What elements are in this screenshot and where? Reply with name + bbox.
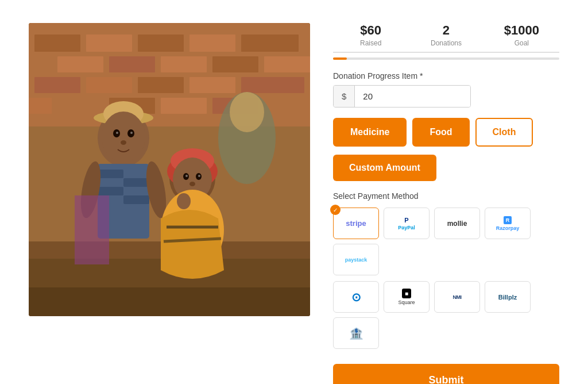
donations-value: 2 xyxy=(408,23,483,38)
payment-row-1: ✓ stripe P PayPal mollie R Razorpay pays… xyxy=(333,208,559,275)
payment-stripe[interactable]: ✓ stripe xyxy=(333,208,379,239)
page-container: $60 Raised 2 Donations $1000 Goal Donati… xyxy=(11,11,577,384)
svg-rect-57 xyxy=(29,287,310,316)
svg-rect-20 xyxy=(161,98,207,114)
mollie-logo: mollie xyxy=(447,220,467,228)
svg-rect-3 xyxy=(86,34,132,52)
pabbly-icon: ⊙ xyxy=(351,290,361,304)
svg-rect-2 xyxy=(34,34,80,52)
submit-button[interactable]: Submit xyxy=(333,364,559,384)
svg-rect-6 xyxy=(241,34,299,52)
svg-rect-4 xyxy=(138,34,184,52)
svg-rect-10 xyxy=(212,56,258,72)
razorpay-icon: R xyxy=(504,216,512,224)
svg-point-47 xyxy=(185,175,188,177)
nmi-logo: NMI xyxy=(453,294,462,300)
svg-rect-18 xyxy=(57,98,103,114)
svg-rect-15 xyxy=(138,77,184,93)
campaign-svg xyxy=(29,23,310,316)
svg-rect-5 xyxy=(189,34,235,52)
check-icon: ✓ xyxy=(330,205,341,215)
payment-paypal[interactable]: P PayPal xyxy=(384,208,430,239)
square-text: Square xyxy=(398,299,415,305)
svg-rect-9 xyxy=(161,56,207,72)
cloth-button[interactable]: Cloth xyxy=(475,118,533,147)
progress-bar-fill xyxy=(333,57,347,60)
svg-rect-11 xyxy=(29,56,52,72)
donations-label: Donations xyxy=(408,39,483,47)
paypal-text: PayPal xyxy=(398,225,415,231)
svg-rect-8 xyxy=(109,56,155,72)
image-placeholder xyxy=(29,23,310,316)
raised-label: Raised xyxy=(333,39,408,47)
svg-point-48 xyxy=(198,175,200,177)
payment-row-2: ⊙ ■ Square NMI Billplz 🏦 xyxy=(333,281,559,349)
left-panel xyxy=(29,23,310,384)
svg-rect-22 xyxy=(29,98,52,114)
svg-rect-17 xyxy=(241,77,304,93)
stats-row: $60 Raised 2 Donations $1000 Goal xyxy=(333,23,559,53)
paystack-logo: paystack xyxy=(345,257,368,263)
svg-rect-38 xyxy=(123,195,149,204)
campaign-image xyxy=(29,23,310,316)
goal-value: $1000 xyxy=(484,23,559,38)
svg-point-53 xyxy=(177,193,191,209)
amount-input[interactable] xyxy=(355,86,471,107)
stat-raised: $60 Raised xyxy=(333,23,408,47)
svg-rect-7 xyxy=(57,56,103,72)
custom-amount-button[interactable]: Custom Amount xyxy=(333,155,436,181)
billplz-logo: Billplz xyxy=(498,294,517,301)
payment-mollie[interactable]: mollie xyxy=(434,208,480,239)
payment-razorpay[interactable]: R Razorpay xyxy=(485,208,531,239)
food-button[interactable]: Food xyxy=(412,118,469,147)
donation-label: Donation Progress Item * xyxy=(333,71,559,80)
razorpay-text: Razorpay xyxy=(496,225,520,231)
svg-rect-56 xyxy=(75,195,109,264)
svg-point-31 xyxy=(116,132,118,134)
payment-nmi[interactable]: NMI xyxy=(434,281,480,313)
stat-goal: $1000 Goal xyxy=(484,23,559,47)
svg-point-32 xyxy=(130,132,133,134)
svg-point-33 xyxy=(121,140,126,145)
currency-symbol: $ xyxy=(334,86,355,107)
payment-bank[interactable]: 🏦 xyxy=(333,317,379,349)
svg-point-55 xyxy=(230,92,264,132)
bank-icon: 🏦 xyxy=(349,327,363,340)
payment-label: Select Payment Method xyxy=(333,191,559,201)
svg-rect-36 xyxy=(123,178,149,187)
payment-billplz[interactable]: Billplz xyxy=(485,281,531,313)
payment-pabbly[interactable]: ⊙ xyxy=(333,281,379,313)
paypal-logo: P xyxy=(404,217,408,224)
stripe-logo: stripe xyxy=(346,219,366,228)
svg-rect-35 xyxy=(98,170,123,178)
square-logo: ■ xyxy=(402,289,411,298)
right-panel: $60 Raised 2 Donations $1000 Goal Donati… xyxy=(333,23,559,384)
svg-rect-12 xyxy=(264,56,310,72)
svg-point-49 xyxy=(189,182,195,186)
custom-amount-row: Custom Amount xyxy=(333,155,559,191)
payment-paystack[interactable]: paystack xyxy=(333,244,379,275)
svg-rect-16 xyxy=(189,77,235,93)
medicine-button[interactable]: Medicine xyxy=(333,118,407,147)
stat-donations: 2 Donations xyxy=(408,23,483,47)
payment-square[interactable]: ■ Square xyxy=(384,281,430,313)
svg-point-28 xyxy=(102,112,145,162)
category-buttons: Medicine Food Cloth xyxy=(333,118,559,147)
amount-input-row: $ xyxy=(333,85,471,107)
goal-label: Goal xyxy=(484,39,559,47)
svg-rect-13 xyxy=(34,77,80,93)
svg-rect-14 xyxy=(86,77,132,93)
progress-bar-container xyxy=(333,57,559,60)
svg-rect-37 xyxy=(98,187,123,195)
raised-value: $60 xyxy=(333,23,408,38)
